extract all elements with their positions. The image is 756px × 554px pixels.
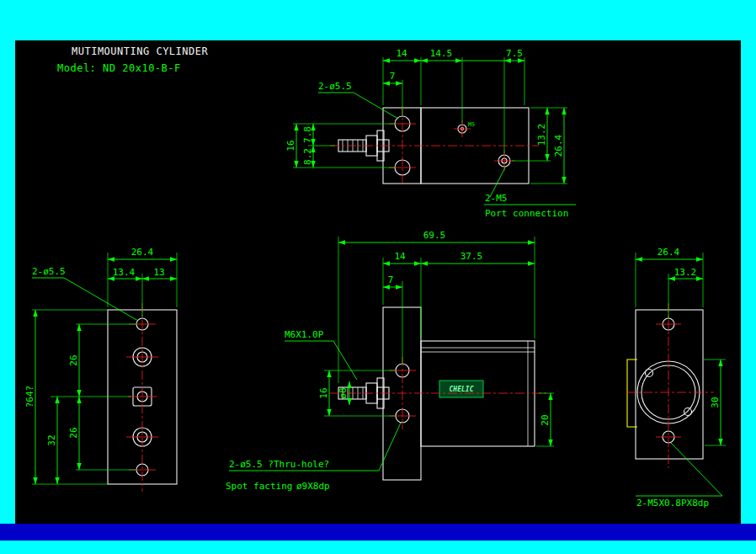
dim-port-offset-top: 14.5 bbox=[430, 48, 453, 59]
callout-thru-hole: 2-ø5.5 ?Thru-hole? bbox=[229, 459, 329, 470]
dim-hole-pitch: 16 bbox=[285, 140, 296, 151]
dim-width-half: 13.2 bbox=[674, 267, 697, 278]
dim-bore-pitch: 30 bbox=[710, 397, 721, 408]
dim-width-left: 13.4 bbox=[113, 267, 136, 278]
dim-body-height: 26.4 bbox=[553, 134, 564, 157]
callout-thread: M6X1.0P bbox=[285, 329, 324, 340]
dim-split-lower: 8.2 bbox=[302, 148, 313, 165]
status-bar bbox=[0, 524, 756, 541]
dim-hole-offset: 7 bbox=[388, 274, 394, 285]
dim-width-right: 13 bbox=[153, 267, 164, 278]
callout-port-count: 2-M5 bbox=[485, 193, 508, 204]
drawing-title: MUTIMOUNTING CYLINDER bbox=[72, 45, 208, 57]
port-size-label: M5 bbox=[468, 121, 475, 128]
drawing-model: Model: ND 20x10-B-F bbox=[57, 62, 181, 74]
drawing-canvas[interactable] bbox=[15, 40, 741, 524]
callout-port-name: Port connection bbox=[485, 208, 568, 219]
brand-label: CHELIC bbox=[450, 386, 474, 393]
callout-spot-face-size: ø9X8dp bbox=[296, 481, 330, 492]
dim-plate-width: 14 bbox=[396, 48, 407, 59]
dim-width: 26.4 bbox=[658, 247, 680, 258]
callout-spot-face: Spot facting bbox=[226, 481, 292, 492]
dim-plate-width: 14 bbox=[394, 251, 406, 262]
callout-tap: 2-M5X0.8PX8dp bbox=[636, 498, 709, 509]
dim-hole-pitch: 16 bbox=[318, 387, 329, 398]
dim-overall: 69.5 bbox=[423, 230, 446, 241]
dim-height: ?64? bbox=[24, 386, 35, 408]
callout-mount-holes: 2-ø5.5 bbox=[32, 266, 66, 277]
dim-port-offset-right: 7.5 bbox=[506, 48, 523, 59]
dim-pitch-lower: 26 bbox=[68, 427, 79, 438]
dim-body-width: 37.5 bbox=[461, 251, 483, 262]
dim-port-height: 13.2 bbox=[536, 124, 547, 146]
cad-drawing: MUTIMOUNTING CYLINDER Model: ND 20x10-B-… bbox=[0, 0, 756, 554]
dim-hole-offset: 7 bbox=[390, 71, 396, 82]
dim-port-offset: 20 bbox=[540, 414, 551, 425]
dim-rod-diameter: ø8 bbox=[338, 387, 349, 398]
dim-pitch-upper: 26 bbox=[68, 354, 79, 365]
dim-width: 26.4 bbox=[131, 247, 154, 258]
dim-pitch-bottom: 32 bbox=[46, 434, 57, 445]
callout-mount-holes: 2-ø5.5 bbox=[318, 81, 352, 92]
dim-split-upper: 7.8 bbox=[302, 126, 313, 143]
